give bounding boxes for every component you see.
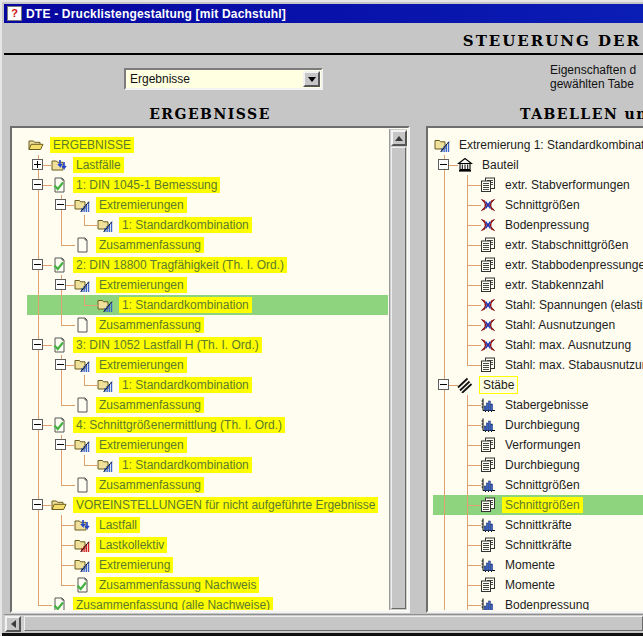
tree-guide — [433, 375, 456, 395]
tree-row[interactable]: VOREINSTELLUNGEN für nicht aufgeführte E… — [27, 495, 388, 515]
tree-guide — [50, 215, 73, 235]
folder-chart-blue-icon — [97, 217, 116, 233]
tree-row[interactable]: Zusammenfassung — [27, 475, 388, 495]
tree-row[interactable]: Schnittgrößen — [433, 195, 643, 215]
tree-row[interactable]: extr. Stabkennzahl — [433, 275, 643, 295]
app-icon[interactable]: ? — [7, 6, 22, 21]
tables-panel: Extremierung 1: Standardkombination (DIN… — [426, 126, 643, 613]
tree-label: Bodenpressung — [502, 597, 592, 610]
tree-row[interactable]: Schnittkräfte — [433, 535, 643, 555]
bar-chart-icon — [480, 557, 499, 573]
window-horizontal-scrollbar[interactable] — [4, 614, 643, 632]
table-doc-icon — [480, 457, 499, 473]
expand-plus-box[interactable] — [32, 159, 43, 170]
tree-row[interactable]: Schnittgrößen — [433, 495, 643, 515]
tree-row[interactable]: extr. Stabbodenpressungen — [433, 255, 643, 275]
tree-row[interactable]: Stabergebnisse — [433, 395, 643, 415]
tree-row[interactable]: Momente — [433, 575, 643, 595]
collapse-minus-box[interactable] — [55, 279, 66, 290]
collapse-minus-box[interactable] — [32, 259, 43, 270]
folder-chart-blue-icon — [74, 357, 93, 373]
tree-row[interactable]: Lastkollektiv — [27, 535, 388, 555]
tree-row[interactable]: Durchbiegung — [433, 455, 643, 475]
tree-row[interactable]: Stäbe — [433, 375, 643, 395]
tree-row[interactable]: 1: Standardkombination — [27, 295, 388, 315]
tree-row[interactable]: Zusammenfassung Nachweis — [27, 575, 388, 595]
tree-guide — [50, 355, 73, 375]
scroll-left-button[interactable] — [5, 616, 21, 632]
tree-row[interactable]: 2: DIN 18800 Tragfähigkeit (Th. I. Ord.) — [27, 255, 388, 275]
page-check-icon — [51, 417, 70, 433]
tree-row[interactable]: Stahl: Spannungen (elastisch) — [433, 295, 643, 315]
results-vertical-scrollbar[interactable] — [389, 129, 407, 610]
tree-label: Momente — [502, 577, 558, 593]
tree-row[interactable]: Stahl: Ausnutzungen — [433, 315, 643, 335]
tree-row[interactable]: Bodenpressung — [433, 215, 643, 235]
tree-label: Zusammenfassung — [96, 477, 204, 493]
tree-row[interactable]: Stahl: max. Stabausnutzung — [433, 355, 643, 375]
tree-row[interactable]: Extremierungen — [27, 355, 388, 375]
tree-row[interactable]: 3: DIN 1052 Lastfall H (Th. I. Ord.) — [27, 335, 388, 355]
collapse-minus-box[interactable] — [32, 179, 43, 190]
title-bar[interactable]: ? DTE - Drucklistengestaltung [mit Dachs… — [4, 4, 643, 23]
tree-guide — [27, 575, 50, 595]
tree-guide — [433, 295, 456, 315]
tree-guide — [456, 255, 479, 275]
header-separator — [4, 53, 643, 55]
tree-guide — [27, 195, 50, 215]
combobox-dropdown-button[interactable] — [303, 71, 320, 87]
table-doc-icon — [480, 277, 499, 293]
scroll-up-button[interactable] — [391, 130, 407, 146]
tables-tree: Extremierung 1: Standardkombination (DIN… — [429, 129, 643, 610]
tree-row[interactable]: Schnittgrößen — [433, 475, 643, 495]
collapse-minus-box[interactable] — [32, 419, 43, 430]
tree-row[interactable]: ERGEBNISSE — [27, 135, 388, 155]
horizontal-scroll-thumb[interactable] — [24, 616, 643, 631]
collapse-minus-box[interactable] — [32, 339, 43, 350]
tree-label: Zusammenfassung (alle Nachweise) — [73, 597, 273, 610]
tree-row[interactable]: Extremierungen — [27, 275, 388, 295]
tree-row[interactable]: Durchbiegung — [433, 415, 643, 435]
tree-row[interactable]: Lastfall — [27, 515, 388, 535]
tree-row[interactable]: Zusammenfassung — [27, 235, 388, 255]
tree-row[interactable]: Lastfälle — [27, 155, 388, 175]
collapse-minus-box[interactable] — [55, 359, 66, 370]
tree-row[interactable]: extr. Stabverformungen — [433, 175, 643, 195]
tree-row[interactable]: Extremierung 1: Standardkombination (DIN — [433, 135, 643, 155]
tree-row[interactable]: Schnittkräfte — [433, 515, 643, 535]
tree-row[interactable]: 4: Schnittgrößenermittlung (Th. I. Ord.) — [27, 415, 388, 435]
table-doc-icon — [480, 237, 499, 253]
tree-row[interactable]: Bauteil — [433, 155, 643, 175]
tree-row[interactable]: Zusammenfassung (alle Nachweise) — [27, 595, 388, 610]
tree-guide — [73, 295, 96, 315]
page-check-icon — [51, 257, 70, 273]
tree-row[interactable]: extr. Stabschnittgrößen — [433, 235, 643, 255]
vertical-scroll-thumb[interactable] — [391, 147, 406, 609]
tree-row[interactable]: 1: DIN 1045-1 Bemessung — [27, 175, 388, 195]
page-plain-icon — [74, 237, 93, 253]
tree-row[interactable]: Stahl: max. Ausnutzung — [433, 335, 643, 355]
tree-guide — [27, 335, 50, 355]
tree-guide — [27, 455, 50, 475]
tree-row[interactable]: 1: Standardkombination — [27, 215, 388, 235]
tree-row[interactable]: Momente — [433, 555, 643, 575]
collapse-minus-box[interactable] — [438, 159, 449, 170]
view-select-combobox[interactable]: Ergebnisse — [124, 68, 323, 90]
tree-row[interactable]: Zusammenfassung — [27, 395, 388, 415]
tree-row[interactable]: Extremierungen — [27, 435, 388, 455]
tree-row[interactable]: Bodenpressung — [433, 595, 643, 610]
tree-guide — [50, 435, 73, 455]
collapse-minus-box[interactable] — [438, 379, 449, 390]
tree-row[interactable]: Verformungen — [433, 435, 643, 455]
collapse-minus-box[interactable] — [55, 199, 66, 210]
tree-row[interactable]: Extremierungen — [27, 195, 388, 215]
tree-row[interactable]: Zusammenfassung — [27, 315, 388, 335]
tree-label: 1: Standardkombination — [119, 217, 252, 233]
tree-row[interactable]: 1: Standardkombination — [27, 375, 388, 395]
tree-row[interactable]: 1: Standardkombination — [27, 455, 388, 475]
tree-guide — [27, 155, 50, 175]
collapse-minus-box[interactable] — [32, 499, 43, 510]
tree-row[interactable]: Extremierung — [27, 555, 388, 575]
tree-label: Stahl: Spannungen (elastisch) — [502, 297, 643, 313]
collapse-minus-box[interactable] — [55, 439, 66, 450]
